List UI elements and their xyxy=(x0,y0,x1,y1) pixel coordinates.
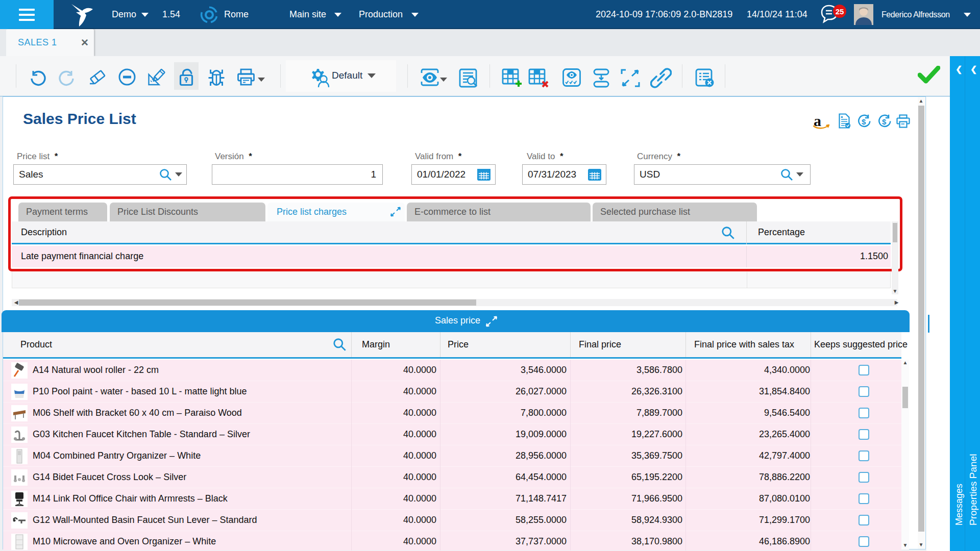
svg-text:25: 25 xyxy=(836,7,844,16)
svg-text:$: $ xyxy=(882,117,887,126)
svg-text:$: $ xyxy=(862,117,866,126)
